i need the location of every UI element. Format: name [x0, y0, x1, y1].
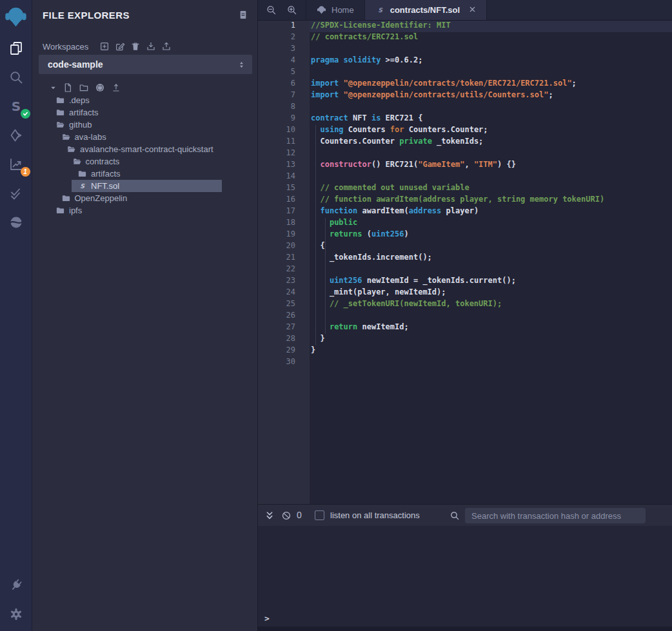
line-number: 21: [258, 253, 310, 264]
remix-logo[interactable]: [0, 0, 32, 34]
line-content: return newItemId;: [310, 322, 672, 334]
plugin-manager-icon[interactable]: [0, 570, 32, 599]
line-content: [310, 264, 672, 276]
zoom-in-button[interactable]: [284, 3, 299, 18]
pending-tx-count: 0: [297, 510, 302, 520]
code-line-1: 1//SPDX-License-Identifier: MIT: [258, 21, 672, 32]
solidity-compiler-icon[interactable]: S: [0, 92, 32, 121]
code-line-12: 12: [258, 148, 672, 160]
code-editor[interactable]: 1//SPDX-License-Identifier: MIT2// contr…: [258, 21, 672, 504]
settings-icon[interactable]: [0, 599, 32, 628]
tree-item-github[interactable]: github: [32, 119, 257, 131]
tree-item-ava-labs[interactable]: ava-labs: [32, 131, 257, 143]
code-line-6: 6import "@openzeppelin/contracts/token/E…: [258, 79, 672, 90]
download-workspaces-icon[interactable]: [146, 41, 156, 52]
tree-item-avalanche-smart-contract-quickstart[interactable]: avalanche-smart-contract-quickstart: [32, 143, 257, 155]
tree-item-label: artifacts: [69, 108, 99, 117]
folder-open-icon: [55, 120, 65, 130]
new-folder-icon[interactable]: [79, 83, 89, 93]
tree-item-label: github: [69, 120, 92, 130]
tree-item-artifacts[interactable]: artifacts: [32, 168, 257, 180]
line-number: 27: [258, 322, 310, 334]
line-content: using Counters for Counters.Counter;: [310, 125, 672, 137]
compile-success-badge: [21, 109, 30, 119]
workspaces-label: Workspaces: [43, 42, 88, 52]
line-content: contract NFT is ERC721 {: [310, 113, 672, 125]
remix-logo: [317, 5, 326, 15]
tree-item-nft-sol[interactable]: SNFT.sol: [32, 180, 257, 192]
code-line-8: 8: [258, 102, 672, 113]
tree-item-openzeppelin[interactable]: OpenZeppelin: [32, 192, 257, 204]
line-number: 5: [258, 67, 310, 79]
rename-workspace-icon[interactable]: [115, 41, 125, 52]
line-content: returns (uint256): [310, 229, 672, 241]
tab-label: Home: [331, 5, 354, 15]
workspace-select[interactable]: code-sample: [39, 55, 252, 74]
editor-tabbar: HomeScontracts/NFT.sol: [258, 0, 672, 21]
restore-workspaces-icon[interactable]: [161, 41, 172, 52]
line-content: [310, 171, 672, 183]
line-content: [310, 44, 672, 55]
tab-label: contracts/NFT.sol: [390, 5, 460, 15]
code-line-11: 11 Counters.Counter private _tokenIds;: [258, 137, 672, 148]
line-number: 11: [258, 137, 310, 148]
icon-sidebar-top: S1: [0, 0, 32, 237]
line-number: 10: [258, 125, 310, 137]
code-line-3: 3: [258, 44, 672, 55]
line-number: 16: [258, 195, 310, 206]
file-explorer-icon[interactable]: [0, 34, 32, 63]
tree-item-artifacts[interactable]: artifacts: [32, 106, 257, 119]
new-file-icon[interactable]: [63, 83, 73, 93]
close-tab-icon[interactable]: [469, 5, 476, 15]
code-line-29: 29}: [258, 345, 672, 357]
line-content: //SPDX-License-Identifier: MIT: [310, 21, 672, 32]
plugin-sphere-icon[interactable]: [0, 208, 32, 237]
line-content: [310, 102, 672, 113]
terminal-search-input[interactable]: [465, 508, 646, 523]
code-line-22: 22: [258, 264, 672, 276]
line-content: [310, 357, 672, 369]
line-number: 1: [258, 21, 310, 32]
line-number: 12: [258, 148, 310, 160]
tab-contracts-nft-sol[interactable]: Scontracts/NFT.sol: [365, 0, 487, 20]
code-line-13: 13 constructor() ERC721("GameItem", "ITM…: [258, 160, 672, 171]
book-icon[interactable]: [238, 10, 248, 20]
code-line-26: 26: [258, 311, 672, 322]
terminal[interactable]: >: [258, 526, 672, 631]
solidity-file-icon: S: [375, 5, 385, 15]
line-number: 17: [258, 206, 310, 218]
line-number: 28: [258, 334, 310, 345]
delete-workspace-icon[interactable]: [130, 41, 141, 52]
tab-home[interactable]: Home: [306, 0, 365, 20]
line-content: [310, 148, 672, 160]
chevron-down-icon[interactable]: [50, 84, 57, 92]
editor-area: HomeScontracts/NFT.sol 1//SPDX-License-I…: [258, 0, 672, 631]
terminal-scrollbar-track: [258, 626, 672, 631]
notification-count-badge: 1: [21, 167, 30, 177]
tree-item--deps[interactable]: .deps: [32, 94, 257, 106]
analytics-icon[interactable]: 1: [0, 150, 32, 179]
code-line-28: 28 }: [258, 334, 672, 345]
create-workspace-icon[interactable]: [99, 41, 110, 52]
tree-item-label: OpenZeppelin: [75, 193, 128, 203]
deploy-run-icon[interactable]: [0, 121, 32, 150]
clear-console-icon[interactable]: [281, 510, 292, 521]
zoom-out-button[interactable]: [263, 3, 279, 18]
search-icon[interactable]: [0, 63, 32, 92]
expand-terminal-icon[interactable]: [264, 510, 275, 521]
tree-item-contracts[interactable]: contracts: [32, 155, 257, 168]
unit-testing-icon[interactable]: [0, 179, 32, 208]
code-line-23: 23 uint256 newItemId = _tokenIds.current…: [258, 276, 672, 287]
svg-text:S: S: [378, 6, 383, 14]
file-tree: .depsartifactsgithubava-labsavalanche-sm…: [32, 94, 257, 217]
terminal-prompt: >: [264, 614, 270, 623]
code-line-15: 15 // commented out unused variable: [258, 183, 672, 195]
listen-transactions-checkbox[interactable]: [315, 510, 324, 520]
line-number: 20: [258, 241, 310, 253]
terminal-search-icon: [450, 510, 460, 521]
tree-item-ipfs[interactable]: ipfs: [32, 204, 257, 217]
code-lines: 1//SPDX-License-Identifier: MIT2// contr…: [258, 21, 672, 369]
github-icon[interactable]: [95, 83, 105, 93]
upload-file-icon[interactable]: [111, 83, 121, 93]
icon-sidebar-bottom: [0, 570, 32, 631]
